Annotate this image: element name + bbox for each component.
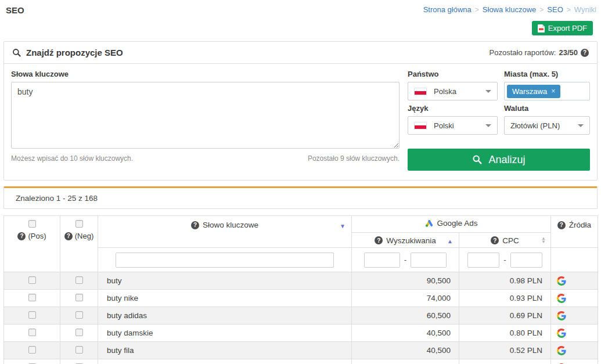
keyword-cell: buty damskie [98,325,352,342]
country-label: Państwo [408,70,498,78]
results-summary-text: Znaleziono 1 - 25 z 168 [16,194,98,203]
pos-checkbox[interactable] [28,276,36,284]
searches-cell: 60,500 [352,307,459,325]
breadcrumb-link-seo[interactable]: SEO [547,5,563,14]
breadcrumb: Strona główna > Słowa kluczowe > SEO > W… [423,5,596,14]
cpc-cell: 0.92 PLN [459,359,551,364]
keywords-textarea[interactable]: buty [11,82,400,149]
google-ads-header-label: Google Ads [437,219,478,228]
neg-header-label: (Neg) [75,232,94,240]
help-icon[interactable] [375,236,383,244]
currency-select[interactable]: Złotówki (PLN) [504,116,590,135]
breadcrumb-link-keywords[interactable]: Słowa kluczowe [483,5,537,14]
currency-label: Waluta [504,104,590,113]
neg-checkbox[interactable] [75,311,83,319]
export-pdf-button[interactable]: Export PDF [532,21,593,35]
neg-checkbox[interactable] [75,276,83,284]
city-tag: Warszawa × [507,85,560,98]
keyword-column-header[interactable]: Słowo kluczowe [98,216,352,248]
search-panel-title-text: Znajdź propozycje SEO [26,48,123,57]
sort-both-icon[interactable]: ▲▼ [541,237,546,244]
cities-input[interactable]: Warszawa × [504,82,590,100]
analyze-button[interactable]: Analizuj [408,149,590,171]
google-icon[interactable] [557,311,566,320]
search-panel-title: Znajdź propozycje SEO [12,48,123,57]
google-icon[interactable] [557,346,566,355]
search-panel-header: Znajdź propozycje SEO Pozostało raportów… [4,42,597,64]
sort-asc-icon[interactable] [447,236,453,244]
help-icon[interactable] [557,221,566,229]
table-row: buty nike 74,000 0.93 PLN [4,290,598,307]
country-select[interactable]: Polska [408,82,498,100]
google-icon[interactable] [557,276,566,286]
searches-column-header[interactable]: Wyszukiwania [352,233,459,248]
pos-checkbox[interactable] [28,311,36,319]
export-pdf-label: Export PDF [548,24,587,33]
searches-cell: 90,500 [352,272,459,290]
cpc-max-input[interactable] [510,253,542,268]
searches-cell: 33,100 [352,359,459,364]
google-icon[interactable] [557,329,566,338]
neg-column-header: (Neg) [60,216,98,272]
pos-checkbox[interactable] [28,294,36,301]
neg-checkbox[interactable] [75,346,83,354]
neg-checkbox[interactable] [75,329,83,336]
search-icon [472,154,483,165]
sort-desc-icon[interactable] [340,221,346,230]
cpc-cell: 0.93 PLN [459,290,551,307]
analyze-button-label: Analizuj [488,154,525,166]
chevron-down-icon [578,124,584,127]
searches-max-input[interactable] [411,253,447,268]
export-row: Export PDF [0,15,601,35]
keywords-hint-remaining: Pozostało 9 słów kluczowych. [308,154,400,163]
neg-checkbox[interactable] [75,294,83,301]
table-row: buty damskie 40,500 0.80 PLN [4,325,598,342]
currency-value: Złotówki (PLN) [510,121,560,130]
pos-header-label: (Pos) [28,232,46,240]
keywords-label: Słowa kluczowe [11,70,400,78]
searches-min-input[interactable] [364,253,400,268]
range-separator: - [404,255,407,264]
reports-remaining-value: 23/50 [559,48,578,57]
breadcrumb-separator: > [539,6,544,14]
table-row: buty adidas 60,500 0.69 PLN [4,307,598,325]
help-icon[interactable] [191,221,199,229]
searches-filter-cell: - [352,248,459,272]
help-icon[interactable] [64,232,73,240]
keyword-cell: buty męskie [98,359,352,364]
searches-cell: 40,500 [352,342,459,359]
keyword-header-label: Słowo kluczowe [203,221,258,229]
sources-filter-cell [551,248,598,272]
select-all-neg-checkbox[interactable] [75,220,83,228]
search-icon [12,48,21,57]
breadcrumb-separator: > [475,6,479,14]
table-row: buty męskie 33,100 0.92 PLN [4,359,598,364]
poland-flag-icon [414,122,427,129]
pos-checkbox[interactable] [28,329,36,336]
cities-label: Miasta (max. 5) [504,70,590,78]
remove-city-icon[interactable]: × [551,88,555,95]
language-select[interactable]: Polski [408,116,498,135]
cpc-cell: 0.69 PLN [459,307,551,325]
searches-cell: 74,000 [352,290,459,307]
pos-checkbox[interactable] [28,346,36,354]
results-table: (Pos) (Neg) Słowo kluczowe [3,215,598,364]
language-label: Język [408,104,498,113]
select-all-pos-checkbox[interactable] [28,220,36,228]
google-icon[interactable] [557,294,566,303]
keyword-cell: buty fila [98,342,352,359]
reports-remaining: Pozostało raportów: 23/50 [490,48,589,57]
breadcrumb-link-home[interactable]: Strona główna [423,5,472,14]
cpc-column-header[interactable]: CPC ▲▼ [459,233,551,248]
searches-cell: 40,500 [352,325,459,342]
help-icon[interactable] [17,232,26,240]
country-value: Polska [434,87,456,96]
help-icon[interactable] [491,236,499,244]
sources-column-header: Źródła [551,216,598,248]
range-separator: - [503,255,506,264]
search-panel: Znajdź propozycje SEO Pozostało raportów… [3,41,598,181]
keywords-hint-max: Możesz wpisać do 10 słów kluczowych. [11,154,133,163]
cpc-min-input[interactable] [467,253,499,268]
keyword-filter-input[interactable] [116,253,334,268]
help-icon[interactable] [581,49,589,57]
